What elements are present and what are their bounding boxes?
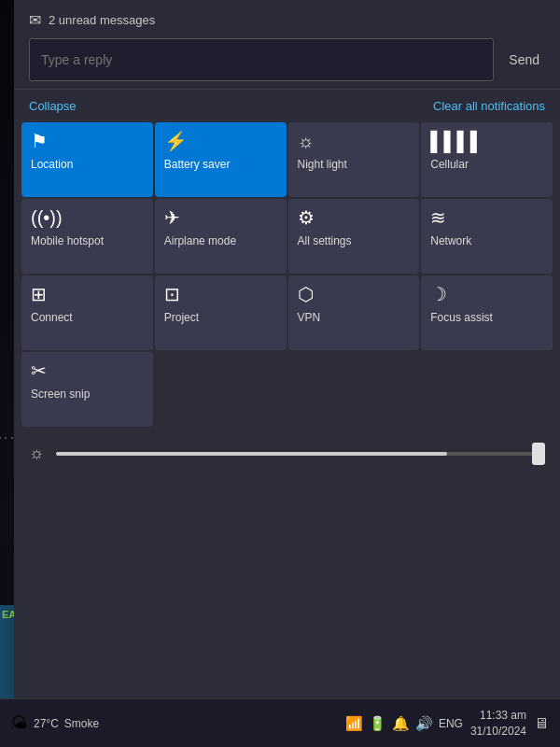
tile-screen-snip[interactable]: ✂Screen snip [21, 352, 153, 427]
unread-count-label: 2 unread messages [49, 13, 155, 27]
tile-battery-saver-label: Battery saver [164, 158, 231, 171]
date-display: 31/10/2024 [470, 724, 526, 740]
tile-location-label: Location [31, 158, 73, 171]
tile-cellular-label: Cellular [430, 158, 469, 171]
tile-network[interactable]: ≋Network [421, 199, 553, 274]
tile-airplane-mode[interactable]: ✈Airplane mode [155, 199, 287, 274]
taskbar: 🌤 27°C Smoke 📶 🔋 🔔 🔊 ENG 11:33 am 31/10/… [0, 698, 560, 747]
tile-mobile-hotspot-icon: ((•)) [31, 208, 63, 227]
brightness-icon: ☼ [29, 444, 45, 463]
tile-cellular-icon: ▌▌▌▌ [430, 132, 483, 150]
reply-area: Send [29, 38, 545, 81]
temperature-label: 27°C [34, 717, 59, 730]
time-display: 11:33 am [470, 708, 526, 724]
taskbar-left: 🌤 27°C Smoke [11, 713, 338, 733]
tile-connect-label: Connect [31, 311, 73, 324]
clear-all-button[interactable]: Clear all notifications [433, 99, 545, 113]
send-button[interactable]: Send [503, 45, 545, 75]
tile-connect-icon: ⊞ [31, 285, 47, 303]
tile-all-settings[interactable]: ⚙All settings [288, 199, 420, 274]
tile-airplane-mode-label: Airplane mode [164, 234, 236, 247]
monitor-tray-icon[interactable]: 🖥 [534, 715, 549, 732]
tile-vpn-label: VPN [298, 311, 321, 324]
tile-network-icon: ≋ [430, 208, 446, 227]
tile-focus-assist-label: Focus assist [430, 311, 493, 324]
tile-airplane-mode-icon: ✈ [164, 208, 180, 227]
unread-messages-row: ✉ 2 unread messages [29, 11, 545, 29]
tile-mobile-hotspot[interactable]: ((•))Mobile hotspot [21, 199, 153, 274]
tile-project[interactable]: ⊡Project [155, 275, 287, 350]
edge-decoration: ⋮ [2, 430, 10, 446]
notification-header: ✉ 2 unread messages Send [14, 0, 560, 90]
tile-project-label: Project [164, 311, 199, 324]
clock-area[interactable]: 11:33 am 31/10/2024 [470, 708, 526, 740]
brightness-row: ☼ [14, 430, 560, 476]
tile-location[interactable]: ⚑Location [21, 122, 153, 197]
brightness-thumb[interactable] [532, 443, 545, 465]
tile-all-settings-label: All settings [298, 234, 352, 247]
brightness-fill [56, 452, 448, 456]
volume-tray-icon: 🔊 [415, 715, 433, 732]
tile-location-icon: ⚑ [31, 132, 48, 150]
brightness-track[interactable] [56, 452, 546, 456]
weather-icon: 🌤 [11, 713, 28, 733]
collapse-button[interactable]: Collapse [29, 99, 77, 113]
system-tray-icons: 📶 🔋 🔔 🔊 ENG [345, 715, 463, 732]
tile-night-light[interactable]: ☼Night light [288, 122, 420, 197]
tile-vpn[interactable]: ⬡VPN [288, 275, 420, 350]
location-label: Smoke [64, 717, 99, 730]
quick-settings-grid: ⚑Location⚡Battery saver☼Night light▌▌▌▌C… [14, 119, 560, 430]
wifi-tray-icon: 📶 [345, 715, 363, 732]
language-label: ENG [439, 717, 463, 730]
tile-focus-assist[interactable]: ☽Focus assist [421, 275, 553, 350]
tile-mobile-hotspot-label: Mobile hotspot [31, 234, 104, 247]
tile-network-label: Network [430, 234, 471, 247]
tile-cellular[interactable]: ▌▌▌▌Cellular [421, 122, 553, 197]
tile-battery-saver-icon: ⚡ [164, 132, 188, 150]
tile-screen-snip-icon: ✂ [31, 361, 47, 380]
tile-all-settings-icon: ⚙ [298, 208, 315, 227]
battery-tray-icon: 🔋 [369, 715, 386, 732]
action-bar: Collapse Clear all notifications [14, 90, 560, 119]
tile-connect[interactable]: ⊞Connect [21, 275, 153, 350]
tile-vpn-icon: ⬡ [298, 285, 314, 303]
notification-panel: ✉ 2 unread messages Send Collapse Clear … [14, 0, 560, 747]
notification-tray-icon: 🔔 [392, 715, 410, 732]
tile-project-icon: ⊡ [164, 285, 180, 303]
reply-input[interactable] [29, 38, 494, 81]
tile-battery-saver[interactable]: ⚡Battery saver [155, 122, 287, 197]
tile-screen-snip-label: Screen snip [31, 388, 90, 401]
tile-focus-assist-icon: ☽ [430, 285, 447, 303]
tile-night-light-icon: ☼ [298, 132, 315, 150]
email-icon: ✉ [29, 11, 41, 29]
tile-night-light-label: Night light [298, 158, 347, 171]
